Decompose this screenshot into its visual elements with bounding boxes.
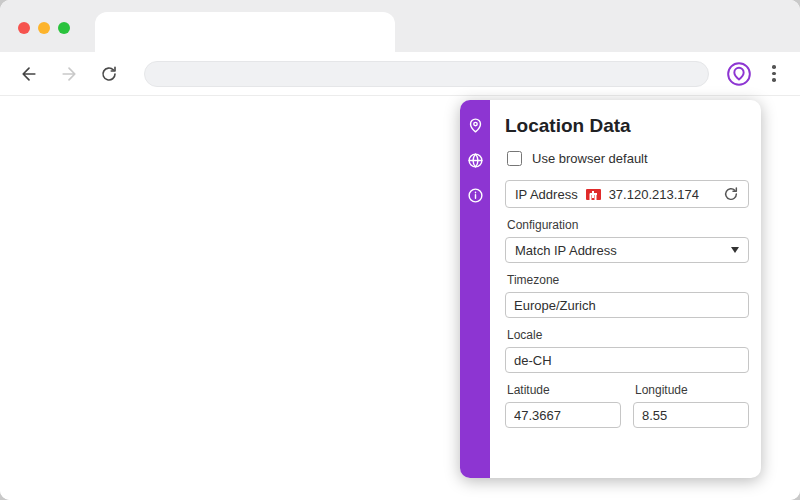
kebab-dot [772, 65, 776, 69]
globe-icon[interactable] [466, 151, 484, 169]
traffic-lights [18, 22, 70, 34]
menu-button[interactable] [763, 60, 785, 88]
ip-address-field: IP Address 37.120.213.174 [505, 180, 749, 208]
timezone-input[interactable] [505, 292, 749, 318]
configuration-select[interactable]: Match IP Address [505, 237, 749, 263]
browser-tab[interactable] [95, 12, 395, 52]
back-button[interactable] [16, 61, 42, 87]
page-content: Location Data Use browser default IP Add… [0, 96, 800, 500]
browser-window: Location Data Use browser default IP Add… [0, 0, 800, 500]
panel-body: Location Data Use browser default IP Add… [490, 100, 761, 478]
browser-toolbar [0, 52, 800, 96]
chevron-down-icon [731, 247, 739, 253]
coordinates-row: Latitude Longitude [505, 373, 749, 428]
close-button[interactable] [18, 22, 30, 34]
location-panel: Location Data Use browser default IP Add… [460, 100, 761, 478]
location-pin-icon[interactable] [466, 116, 484, 134]
configuration-label: Configuration [507, 218, 749, 232]
timezone-label: Timezone [507, 273, 749, 287]
forward-arrow-icon [59, 64, 79, 84]
reload-icon [100, 65, 118, 83]
latitude-input[interactable] [505, 402, 621, 428]
forward-button[interactable] [56, 61, 82, 87]
locale-label: Locale [507, 328, 749, 342]
info-icon[interactable] [466, 186, 484, 204]
reload-button[interactable] [96, 61, 122, 87]
use-browser-default-row: Use browser default [507, 151, 749, 166]
ip-address-label: IP Address [515, 187, 578, 202]
tab-strip [0, 0, 800, 52]
longitude-input[interactable] [633, 402, 749, 428]
zoom-button[interactable] [58, 22, 70, 34]
back-arrow-icon [19, 64, 39, 84]
url-bar[interactable] [144, 61, 709, 87]
use-browser-default-label: Use browser default [532, 151, 648, 166]
longitude-label: Longitude [635, 383, 749, 397]
refresh-ip-button[interactable] [723, 186, 739, 202]
panel-sidebar [460, 100, 490, 478]
extension-button[interactable] [725, 60, 753, 88]
panel-title: Location Data [505, 115, 749, 137]
minimize-button[interactable] [38, 22, 50, 34]
kebab-dot [772, 78, 776, 82]
latitude-label: Latitude [507, 383, 621, 397]
use-browser-default-checkbox[interactable] [507, 151, 522, 166]
refresh-icon [723, 186, 739, 202]
swiss-flag-icon [586, 189, 601, 200]
kebab-dot [772, 72, 776, 76]
location-extension-icon [726, 61, 752, 87]
locale-input[interactable] [505, 347, 749, 373]
ip-address-value: 37.120.213.174 [609, 187, 699, 202]
configuration-value: Match IP Address [515, 243, 617, 258]
